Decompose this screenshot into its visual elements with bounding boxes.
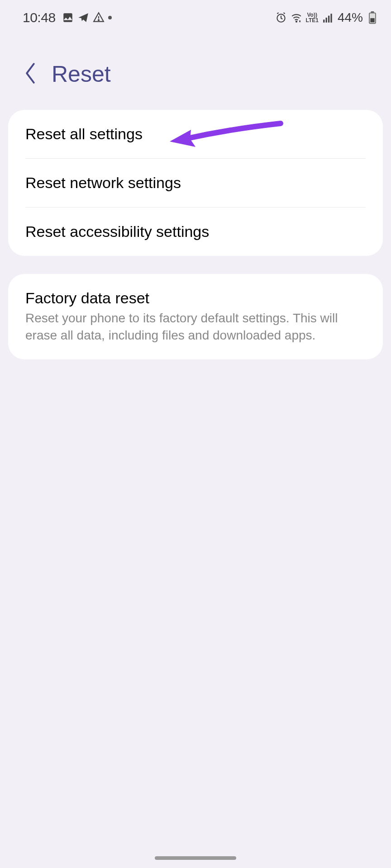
- reset-accessibility-settings-label: Reset accessibility settings: [25, 223, 209, 240]
- status-right: Vo)) LTE1 44%: [275, 10, 379, 25]
- reset-network-settings-item[interactable]: Reset network settings: [8, 159, 383, 207]
- warning-icon: [93, 12, 105, 24]
- svg-rect-8: [330, 14, 332, 23]
- volte-icon: Vo)) LTE1: [306, 12, 319, 23]
- battery-percentage: 44%: [338, 10, 363, 25]
- factory-data-reset-item[interactable]: Factory data reset Reset your phone to i…: [8, 274, 383, 359]
- status-time: 10:48: [23, 10, 56, 25]
- reset-all-settings-label: Reset all settings: [25, 125, 143, 142]
- status-bar: 10:48 Vo)) LTE1 44%: [0, 0, 391, 32]
- home-indicator[interactable]: [155, 856, 236, 860]
- svg-rect-11: [370, 18, 374, 22]
- svg-rect-5: [323, 19, 324, 23]
- telegram-icon: [77, 12, 89, 24]
- factory-data-reset-label: Factory data reset: [25, 289, 366, 307]
- battery-icon: [367, 12, 378, 24]
- factory-reset-card: Factory data reset Reset your phone to i…: [8, 274, 383, 359]
- svg-rect-7: [328, 16, 329, 23]
- dot-icon: [108, 16, 112, 19]
- reset-accessibility-settings-item[interactable]: Reset accessibility settings: [8, 208, 383, 256]
- page-title: Reset: [52, 61, 111, 87]
- reset-options-card: Reset all settings Reset network setting…: [8, 110, 383, 256]
- back-icon[interactable]: [23, 61, 38, 87]
- alarm-icon: [275, 12, 287, 24]
- page-header: Reset: [0, 32, 391, 110]
- reset-network-settings-label: Reset network settings: [25, 174, 181, 191]
- svg-rect-10: [371, 11, 374, 13]
- factory-data-reset-subtitle: Reset your phone to its factory default …: [25, 310, 366, 344]
- svg-rect-6: [326, 18, 327, 23]
- status-icons-left: [62, 12, 112, 24]
- reset-all-settings-item[interactable]: Reset all settings: [8, 110, 383, 158]
- svg-point-2: [98, 19, 99, 20]
- svg-rect-0: [63, 13, 72, 22]
- status-left: 10:48: [23, 10, 112, 25]
- wifi-icon: [291, 12, 302, 24]
- volte-bottom: LTE1: [306, 18, 319, 23]
- svg-point-4: [296, 21, 296, 22]
- signal-icon: [322, 12, 334, 24]
- image-icon: [62, 12, 74, 24]
